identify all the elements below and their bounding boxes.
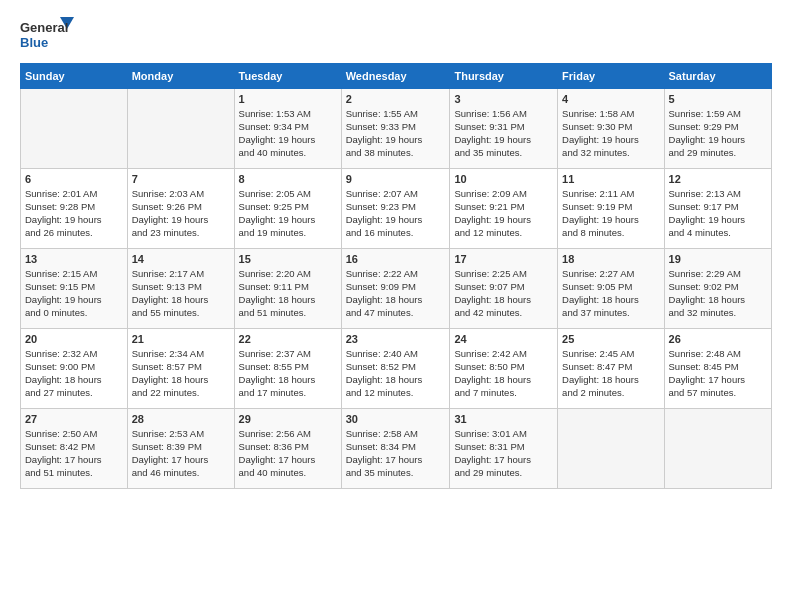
day-info: Sunrise: 2:17 AM Sunset: 9:13 PM Dayligh… [132, 268, 230, 319]
day-info: Sunrise: 2:42 AM Sunset: 8:50 PM Dayligh… [454, 348, 553, 399]
day-info: Sunrise: 2:25 AM Sunset: 9:07 PM Dayligh… [454, 268, 553, 319]
day-number: 22 [239, 332, 337, 347]
svg-text:Blue: Blue [20, 35, 48, 50]
day-info: Sunrise: 2:29 AM Sunset: 9:02 PM Dayligh… [669, 268, 767, 319]
day-info: Sunrise: 2:53 AM Sunset: 8:39 PM Dayligh… [132, 428, 230, 479]
day-number: 25 [562, 332, 659, 347]
day-info: Sunrise: 1:53 AM Sunset: 9:34 PM Dayligh… [239, 108, 337, 159]
day-info: Sunrise: 2:37 AM Sunset: 8:55 PM Dayligh… [239, 348, 337, 399]
day-info: Sunrise: 2:05 AM Sunset: 9:25 PM Dayligh… [239, 188, 337, 239]
day-info: Sunrise: 2:34 AM Sunset: 8:57 PM Dayligh… [132, 348, 230, 399]
day-cell [127, 89, 234, 169]
day-info: Sunrise: 1:58 AM Sunset: 9:30 PM Dayligh… [562, 108, 659, 159]
day-number: 3 [454, 92, 553, 107]
day-cell: 14Sunrise: 2:17 AM Sunset: 9:13 PM Dayli… [127, 249, 234, 329]
day-cell: 21Sunrise: 2:34 AM Sunset: 8:57 PM Dayli… [127, 329, 234, 409]
col-header-sunday: Sunday [21, 64, 128, 89]
day-number: 17 [454, 252, 553, 267]
day-cell [558, 409, 664, 489]
day-info: Sunrise: 2:09 AM Sunset: 9:21 PM Dayligh… [454, 188, 553, 239]
day-number: 6 [25, 172, 123, 187]
day-info: Sunrise: 2:56 AM Sunset: 8:36 PM Dayligh… [239, 428, 337, 479]
week-row-2: 6Sunrise: 2:01 AM Sunset: 9:28 PM Daylig… [21, 169, 772, 249]
day-cell: 8Sunrise: 2:05 AM Sunset: 9:25 PM Daylig… [234, 169, 341, 249]
day-number: 31 [454, 412, 553, 427]
day-cell: 12Sunrise: 2:13 AM Sunset: 9:17 PM Dayli… [664, 169, 771, 249]
day-cell: 11Sunrise: 2:11 AM Sunset: 9:19 PM Dayli… [558, 169, 664, 249]
day-info: Sunrise: 2:07 AM Sunset: 9:23 PM Dayligh… [346, 188, 446, 239]
day-cell: 2Sunrise: 1:55 AM Sunset: 9:33 PM Daylig… [341, 89, 450, 169]
day-cell: 17Sunrise: 2:25 AM Sunset: 9:07 PM Dayli… [450, 249, 558, 329]
day-cell: 18Sunrise: 2:27 AM Sunset: 9:05 PM Dayli… [558, 249, 664, 329]
day-number: 9 [346, 172, 446, 187]
day-number: 18 [562, 252, 659, 267]
day-number: 13 [25, 252, 123, 267]
day-number: 1 [239, 92, 337, 107]
day-cell: 24Sunrise: 2:42 AM Sunset: 8:50 PM Dayli… [450, 329, 558, 409]
day-number: 23 [346, 332, 446, 347]
day-number: 12 [669, 172, 767, 187]
day-cell: 23Sunrise: 2:40 AM Sunset: 8:52 PM Dayli… [341, 329, 450, 409]
day-info: Sunrise: 2:40 AM Sunset: 8:52 PM Dayligh… [346, 348, 446, 399]
day-number: 29 [239, 412, 337, 427]
day-cell: 3Sunrise: 1:56 AM Sunset: 9:31 PM Daylig… [450, 89, 558, 169]
day-number: 11 [562, 172, 659, 187]
day-number: 15 [239, 252, 337, 267]
week-row-5: 27Sunrise: 2:50 AM Sunset: 8:42 PM Dayli… [21, 409, 772, 489]
day-number: 28 [132, 412, 230, 427]
calendar-table: SundayMondayTuesdayWednesdayThursdayFrid… [20, 63, 772, 489]
col-header-wednesday: Wednesday [341, 64, 450, 89]
day-number: 30 [346, 412, 446, 427]
week-row-4: 20Sunrise: 2:32 AM Sunset: 9:00 PM Dayli… [21, 329, 772, 409]
col-header-saturday: Saturday [664, 64, 771, 89]
week-row-3: 13Sunrise: 2:15 AM Sunset: 9:15 PM Dayli… [21, 249, 772, 329]
day-cell: 13Sunrise: 2:15 AM Sunset: 9:15 PM Dayli… [21, 249, 128, 329]
day-info: Sunrise: 2:27 AM Sunset: 9:05 PM Dayligh… [562, 268, 659, 319]
day-number: 5 [669, 92, 767, 107]
day-info: Sunrise: 2:50 AM Sunset: 8:42 PM Dayligh… [25, 428, 123, 479]
day-number: 26 [669, 332, 767, 347]
day-number: 8 [239, 172, 337, 187]
day-cell: 9Sunrise: 2:07 AM Sunset: 9:23 PM Daylig… [341, 169, 450, 249]
day-cell: 31Sunrise: 3:01 AM Sunset: 8:31 PM Dayli… [450, 409, 558, 489]
day-cell: 27Sunrise: 2:50 AM Sunset: 8:42 PM Dayli… [21, 409, 128, 489]
day-info: Sunrise: 2:15 AM Sunset: 9:15 PM Dayligh… [25, 268, 123, 319]
page-header: GeneralBlue [20, 15, 772, 53]
day-number: 10 [454, 172, 553, 187]
day-info: Sunrise: 2:01 AM Sunset: 9:28 PM Dayligh… [25, 188, 123, 239]
day-cell: 4Sunrise: 1:58 AM Sunset: 9:30 PM Daylig… [558, 89, 664, 169]
calendar-header-row: SundayMondayTuesdayWednesdayThursdayFrid… [21, 64, 772, 89]
day-cell: 10Sunrise: 2:09 AM Sunset: 9:21 PM Dayli… [450, 169, 558, 249]
day-number: 7 [132, 172, 230, 187]
day-info: Sunrise: 2:11 AM Sunset: 9:19 PM Dayligh… [562, 188, 659, 239]
day-number: 20 [25, 332, 123, 347]
day-info: Sunrise: 2:13 AM Sunset: 9:17 PM Dayligh… [669, 188, 767, 239]
day-number: 19 [669, 252, 767, 267]
day-cell: 7Sunrise: 2:03 AM Sunset: 9:26 PM Daylig… [127, 169, 234, 249]
day-cell [21, 89, 128, 169]
day-cell: 5Sunrise: 1:59 AM Sunset: 9:29 PM Daylig… [664, 89, 771, 169]
day-info: Sunrise: 2:48 AM Sunset: 8:45 PM Dayligh… [669, 348, 767, 399]
day-info: Sunrise: 3:01 AM Sunset: 8:31 PM Dayligh… [454, 428, 553, 479]
day-number: 27 [25, 412, 123, 427]
day-cell: 20Sunrise: 2:32 AM Sunset: 9:00 PM Dayli… [21, 329, 128, 409]
day-cell: 15Sunrise: 2:20 AM Sunset: 9:11 PM Dayli… [234, 249, 341, 329]
day-cell [664, 409, 771, 489]
day-info: Sunrise: 1:56 AM Sunset: 9:31 PM Dayligh… [454, 108, 553, 159]
day-number: 4 [562, 92, 659, 107]
col-header-thursday: Thursday [450, 64, 558, 89]
logo: GeneralBlue [20, 15, 75, 53]
day-cell: 30Sunrise: 2:58 AM Sunset: 8:34 PM Dayli… [341, 409, 450, 489]
week-row-1: 1Sunrise: 1:53 AM Sunset: 9:34 PM Daylig… [21, 89, 772, 169]
day-cell: 25Sunrise: 2:45 AM Sunset: 8:47 PM Dayli… [558, 329, 664, 409]
day-number: 21 [132, 332, 230, 347]
day-cell: 26Sunrise: 2:48 AM Sunset: 8:45 PM Dayli… [664, 329, 771, 409]
day-cell: 22Sunrise: 2:37 AM Sunset: 8:55 PM Dayli… [234, 329, 341, 409]
day-cell: 6Sunrise: 2:01 AM Sunset: 9:28 PM Daylig… [21, 169, 128, 249]
day-info: Sunrise: 2:20 AM Sunset: 9:11 PM Dayligh… [239, 268, 337, 319]
col-header-monday: Monday [127, 64, 234, 89]
day-cell: 29Sunrise: 2:56 AM Sunset: 8:36 PM Dayli… [234, 409, 341, 489]
day-info: Sunrise: 1:55 AM Sunset: 9:33 PM Dayligh… [346, 108, 446, 159]
day-number: 14 [132, 252, 230, 267]
day-info: Sunrise: 1:59 AM Sunset: 9:29 PM Dayligh… [669, 108, 767, 159]
